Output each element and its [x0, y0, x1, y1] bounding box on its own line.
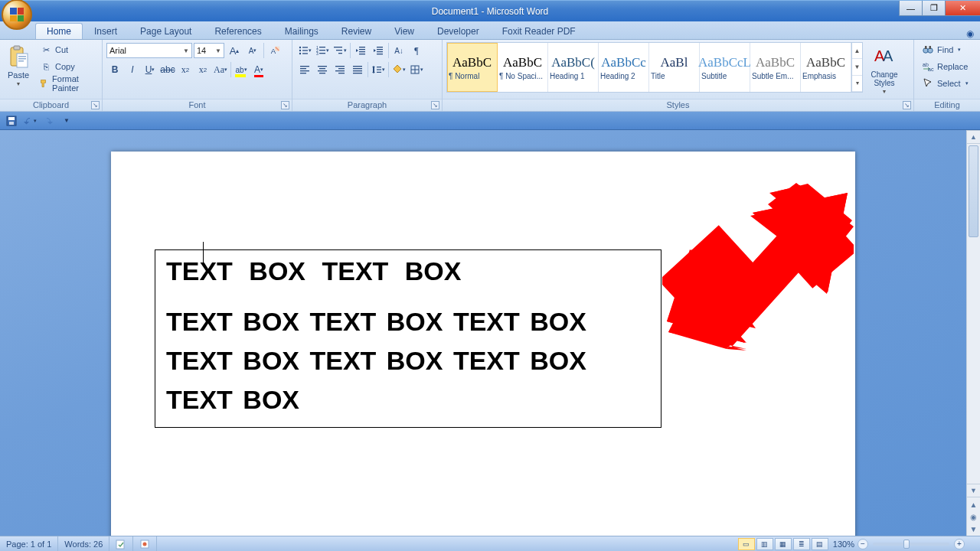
styles-launcher[interactable]: ↘: [903, 101, 911, 109]
font-launcher[interactable]: ↘: [281, 101, 289, 109]
show-marks-button[interactable]: ¶: [408, 42, 425, 59]
style-heading-1[interactable]: AaBbC(Heading 1: [548, 43, 599, 92]
status-words[interactable]: Words: 26: [58, 536, 109, 551]
office-button[interactable]: [2, 0, 32, 30]
zoom-level[interactable]: 130%: [830, 536, 858, 551]
close-button[interactable]: ✕: [945, 1, 980, 16]
align-left-button[interactable]: [296, 61, 313, 78]
clear-formatting-button[interactable]: A: [266, 42, 283, 59]
status-macro[interactable]: [133, 536, 157, 551]
style-subtitle[interactable]: AaBbCcLSubtitle: [700, 43, 750, 92]
status-page[interactable]: Page: 1 of 1: [0, 536, 58, 551]
textbox-line-1[interactable]: TEXT BOX TEXT BOX: [166, 258, 650, 285]
borders-button[interactable]: ▾: [408, 61, 425, 78]
justify-button[interactable]: [349, 61, 366, 78]
tab-page-layout[interactable]: Page Layout: [129, 23, 203, 39]
find-button[interactable]: Find▾: [918, 42, 972, 57]
next-page-button[interactable]: ▼: [967, 522, 980, 536]
superscript-button[interactable]: x2: [194, 61, 211, 78]
clipboard-launcher[interactable]: ↘: [91, 101, 100, 109]
align-center-button[interactable]: [314, 61, 331, 78]
svg-point-10: [299, 50, 301, 51]
textbox-paragraph[interactable]: TEXT BOX TEXT BOX TEXT BOX TEXT BOX TEXT…: [166, 302, 650, 419]
bullets-button[interactable]: ▾: [296, 42, 313, 59]
underline-button[interactable]: U▾: [142, 61, 158, 78]
style--no-spaci-[interactable]: AaBbC¶ No Spaci...: [498, 43, 548, 92]
help-icon[interactable]: ◉: [966, 28, 974, 39]
redo-button[interactable]: [41, 114, 55, 128]
vertical-scrollbar[interactable]: ▲ ▼ ▲ ◉ ▼: [966, 130, 980, 536]
multilevel-list-button[interactable]: ▾: [332, 42, 348, 59]
zoom-slider-knob[interactable]: [903, 540, 910, 549]
style-title[interactable]: AaBlTitle: [649, 43, 700, 92]
outline-view-button[interactable]: ≣: [793, 538, 810, 550]
font-name-combo[interactable]: Arial▼: [106, 43, 192, 58]
maximize-button[interactable]: ❐: [922, 1, 945, 16]
increase-indent-button[interactable]: [370, 42, 387, 59]
tab-home[interactable]: Home: [35, 23, 83, 39]
gallery-up[interactable]: ▲: [852, 43, 862, 59]
previous-page-button[interactable]: ▲: [967, 497, 980, 511]
scrollbar-track[interactable]: [967, 144, 980, 484]
align-right-button[interactable]: [332, 61, 348, 78]
style-emphasis[interactable]: AaBbCEmphasis: [801, 43, 851, 92]
line-spacing-button[interactable]: ▾: [370, 61, 387, 78]
minimize-button[interactable]: —: [899, 1, 922, 16]
tab-mailings[interactable]: Mailings: [273, 23, 330, 39]
draft-view-button[interactable]: ▤: [812, 538, 828, 550]
select-button[interactable]: Select▾: [918, 76, 972, 91]
svg-rect-47: [377, 67, 381, 67]
tab-developer[interactable]: Developer: [426, 23, 491, 39]
copy-button[interactable]: ⎘ Copy: [36, 59, 98, 74]
style--normal[interactable]: AaBbC¶ Normal: [447, 43, 498, 92]
tab-foxit-reader-pdf[interactable]: Foxit Reader PDF: [491, 23, 587, 39]
grow-font-button[interactable]: A▴: [226, 42, 243, 59]
sort-button[interactable]: A↓: [390, 42, 407, 59]
tab-references[interactable]: References: [203, 23, 273, 39]
numbering-button[interactable]: 123▾: [314, 42, 331, 59]
tab-review[interactable]: Review: [330, 23, 383, 39]
qat-customize-button[interactable]: ▼: [60, 114, 74, 128]
shrink-font-button[interactable]: A▾: [244, 42, 261, 59]
paragraph-launcher[interactable]: ↘: [431, 101, 439, 109]
italic-button[interactable]: I: [124, 61, 141, 78]
shading-button[interactable]: ▾: [390, 61, 407, 78]
font-size-combo[interactable]: 14▼: [194, 43, 224, 58]
zoom-slider[interactable]: [873, 543, 949, 546]
scroll-down-button[interactable]: ▼: [967, 484, 980, 497]
tab-view[interactable]: View: [383, 23, 426, 39]
replace-button[interactable]: abac Replace: [918, 59, 972, 74]
gallery-more[interactable]: ▾: [852, 76, 862, 92]
zoom-out-button[interactable]: −: [858, 539, 868, 549]
gallery-down[interactable]: ▼: [852, 59, 862, 75]
style-heading-2[interactable]: AaBbCcHeading 2: [599, 43, 649, 92]
format-painter-button[interactable]: Format Painter: [36, 76, 98, 91]
highlight-button[interactable]: ab▾: [233, 61, 250, 78]
subscript-button[interactable]: x2: [177, 61, 194, 78]
tab-insert[interactable]: Insert: [83, 23, 129, 39]
browse-object-button[interactable]: ◉: [967, 511, 980, 522]
web-layout-view-button[interactable]: ▦: [775, 538, 792, 550]
text-box[interactable]: TEXT BOX TEXT BOX TEXT BOX TEXT BOX TEXT…: [155, 249, 662, 428]
gallery-scroll[interactable]: ▲▼▾: [851, 43, 862, 92]
status-proofing[interactable]: [109, 536, 133, 551]
font-color-button[interactable]: A▾: [250, 61, 267, 78]
strikethrough-button[interactable]: abc: [159, 61, 176, 78]
style-subtle-em-[interactable]: AaBbCSubtle Em...: [750, 43, 801, 92]
page[interactable]: TEXT BOX TEXT BOX TEXT BOX TEXT BOX TEXT…: [111, 152, 855, 536]
full-screen-view-button[interactable]: ▥: [756, 538, 773, 550]
scroll-up-button[interactable]: ▲: [967, 130, 980, 144]
change-styles-button[interactable]: AA Change Styles ▼: [866, 42, 903, 96]
cut-button[interactable]: ✂ Cut: [36, 42, 98, 57]
paste-button[interactable]: Paste ▼: [4, 42, 33, 89]
scrollbar-thumb[interactable]: [969, 145, 978, 237]
decrease-indent-button[interactable]: [352, 42, 369, 59]
bold-button[interactable]: B: [106, 61, 123, 78]
save-button[interactable]: [5, 114, 18, 128]
zoom-in-button[interactable]: +: [954, 539, 965, 549]
change-case-button[interactable]: Aa▾: [212, 61, 229, 78]
scissors-icon: ✂: [40, 44, 52, 56]
styles-gallery[interactable]: AaBbC¶ NormalAaBbC¶ No Spaci...AaBbC(Hea…: [446, 42, 863, 93]
undo-button[interactable]: ▾: [23, 114, 37, 128]
print-layout-view-button[interactable]: ▭: [738, 538, 755, 550]
